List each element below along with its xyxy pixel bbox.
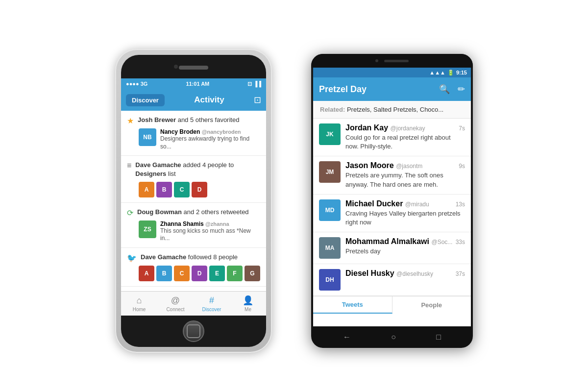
tweet-row-mohammad[interactable]: MA Mohammad Almalkawi @Soc... 33s Pretze… [313, 232, 471, 264]
android-top-bezel [311, 54, 473, 68]
tab-me[interactable]: 👤 Me [230, 292, 266, 316]
tweet-text: Designers awkwardly trying to find so... [160, 135, 260, 150]
feed-item-header-retweet: ⟳ Doug Bowman and 2 others retweeted [127, 208, 260, 218]
connect-icon: @ [171, 295, 180, 306]
iphone-camera [174, 65, 178, 69]
tweet-row-jason[interactable]: JM Jason Moore @jasontm 9s Pretzels are … [313, 156, 471, 194]
android-battery: 🔋 [447, 70, 454, 76]
tweet-content-jordan: Jordan Kay @jordanekay 7s Could go for a… [345, 123, 465, 151]
tab-home[interactable]: ⌂ Home [121, 292, 157, 316]
tweet-row-jordan[interactable]: JK Jordan Kay @jordanekay 7s Could go fo… [313, 119, 471, 156]
feed-item-header: ★ Josh Brewer and 5 others favorited [127, 116, 260, 125]
tweet-row-diesel[interactable]: DH Diesel Husky @dieselhusky 37s [313, 264, 471, 296]
tweet-handle-jordan: @jordanekay [391, 125, 425, 132]
iphone-screen: ●●●● 3G 11:01 AM ⊡ ▐▐ Discover Activity … [121, 78, 266, 316]
clock: 11:01 AM [186, 81, 209, 87]
android-device: ▲▲▲ 🔋 9:15 Pretzel Day 🔍 ✏ Related: Pret… [311, 54, 473, 348]
tweet-name-diesel: Diesel Husky @dieselhusky [345, 269, 433, 278]
tweet-time-mohammad: 33s [456, 239, 465, 245]
avatar-michael: MD [319, 199, 341, 221]
tweet-name-mohammad: Mohammad Almalkawi @Soc... [345, 237, 452, 246]
mini-avatar: F [227, 266, 243, 281]
android-signal: ▲▲▲ [429, 70, 445, 75]
android-camera [375, 59, 378, 62]
mini-avatar: B [156, 182, 172, 197]
tweet-avatar: NB [139, 128, 156, 146]
list-icon: ≡ [127, 161, 131, 170]
tweet-handle-michael: @miradu [405, 201, 429, 208]
tweet-handle-diesel: @dieselhusky [396, 270, 433, 277]
home-button[interactable]: ○ [391, 333, 396, 342]
iphone-device: ●●●● 3G 11:01 AM ⊡ ▐▐ Discover Activity … [115, 49, 272, 353]
mini-avatar: G [245, 266, 260, 281]
android-time: 9:15 [456, 70, 467, 75]
tweet-header-jason: Jason Moore @jasontm 9s [345, 161, 465, 170]
mini-avatar: D [192, 182, 207, 197]
star-icon: ★ [127, 116, 134, 125]
tweet-time-jason: 9s [459, 163, 465, 170]
feed-item-retweet: ⟳ Doug Bowman and 2 others retweeted ZS … [121, 203, 266, 248]
tweet-handle: @nancybroden [202, 129, 241, 135]
feed-tweet-row-retweet: ZS Zhanna Shamis @zhanna This song kicks… [127, 220, 260, 243]
tweet-time-michael: 13s [456, 201, 465, 208]
tweet-time-diesel: 37s [456, 270, 465, 277]
tweet-avatar-retweet: ZS [139, 220, 156, 238]
follow-icon: 🐦 [127, 253, 137, 263]
tweet-content-michael: Michael Ducker @miradu 13s Craving Hayes… [345, 199, 465, 227]
android-search-icon[interactable]: 🔍 [439, 84, 450, 95]
home-button-inner [187, 324, 200, 338]
avatar-jordan: JK [319, 123, 341, 145]
tab-people-label: People [421, 301, 442, 309]
tweet-text-retweet: This song kicks so much ass *New in... [160, 227, 260, 243]
home-icon: ⌂ [137, 295, 142, 306]
feed-item-header-follow: 🐦 Dave Gamache followed 8 people [127, 253, 260, 263]
tab-people[interactable]: People [392, 296, 471, 314]
activity-title: Activity [165, 95, 254, 105]
tweet-text-jordan: Could go for a real pretzel right about … [345, 133, 465, 151]
back-button[interactable]: ← [343, 333, 351, 342]
related-label: Related: [320, 106, 347, 113]
android-bottom-tabs: Tweets People [313, 296, 471, 314]
feed-tweet-row: NB Nancy Broden @nancybroden Designers a… [127, 128, 260, 150]
signal-indicator: ●●●● 3G [126, 81, 147, 87]
iphone-nav-bar: Discover Activity ⊡ [121, 89, 266, 111]
tab-connect[interactable]: @ Connect [157, 292, 194, 316]
tab-connect-label: Connect [166, 307, 184, 312]
recent-apps-button[interactable]: □ [436, 333, 441, 342]
tweet-row-michael[interactable]: MD Michael Ducker @miradu 13s Craving Ha… [313, 195, 471, 232]
tweet-text-jason: Pretzels are yummy. The soft ones anyway… [345, 171, 465, 189]
tab-tweets[interactable]: Tweets [313, 296, 392, 314]
retweet-icon: ⟳ [127, 208, 133, 218]
compose-icon[interactable]: ⊡ [254, 95, 261, 105]
tweet-time-jordan: 7s [459, 125, 465, 132]
feed-item-connor: ★ Connor Sears favorited this and 4 more… [121, 287, 266, 291]
tweet-handle-retweet: @zhanna [205, 221, 229, 227]
tweet-name-jason: Jason Moore @jasontm [345, 161, 422, 170]
tweet-content: Nancy Broden @nancybroden Designers awkw… [160, 128, 260, 150]
feed-text-retweet: Doug Bowman and 2 others retweeted [137, 208, 249, 217]
tweet-name: Nancy Broden @nancybroden [160, 128, 260, 135]
tweet-header-michael: Michael Ducker @miradu 13s [345, 199, 465, 208]
android-system-bar: ← ○ □ [313, 326, 471, 348]
android-screen: ▲▲▲ 🔋 9:15 Pretzel Day 🔍 ✏ Related: Pret… [313, 68, 471, 326]
feed-avatars-list: A B C D [127, 182, 260, 197]
tweet-name-michael: Michael Ducker @miradu [345, 199, 429, 208]
android-app-title: Pretzel Day [319, 84, 367, 95]
mini-avatar: D [192, 266, 207, 281]
android-compose-icon[interactable]: ✏ [458, 84, 465, 95]
iphone-inner: ●●●● 3G 11:01 AM ⊡ ▐▐ Discover Activity … [121, 55, 266, 347]
iphone-home-button[interactable] [183, 320, 204, 342]
mini-avatar: A [139, 182, 154, 197]
feed-item-list: ≡ Dave Gamache added 4 people to Designe… [121, 156, 266, 202]
discover-button[interactable]: Discover [126, 94, 165, 106]
android-nav-bar: Pretzel Day 🔍 ✏ [313, 77, 471, 101]
avatar-placeholder: NB [139, 128, 156, 146]
iphone-speaker [179, 66, 208, 70]
iphone-tab-bar: ⌂ Home @ Connect # Discover 👤 Me [121, 291, 266, 316]
tab-discover-label: Discover [202, 307, 221, 312]
tab-discover[interactable]: # Discover [194, 292, 230, 316]
tweet-content-jason: Jason Moore @jasontm 9s Pretzels are yum… [345, 161, 465, 189]
tweet-content-mohammad: Mohammad Almalkawi @Soc... 33s Pretzels … [345, 237, 465, 256]
tweet-text-michael: Craving Hayes Valley biergarten pretzels… [345, 209, 465, 227]
related-topics-bar: Related: Pretzels, Salted Pretzels, Choc… [313, 101, 471, 119]
